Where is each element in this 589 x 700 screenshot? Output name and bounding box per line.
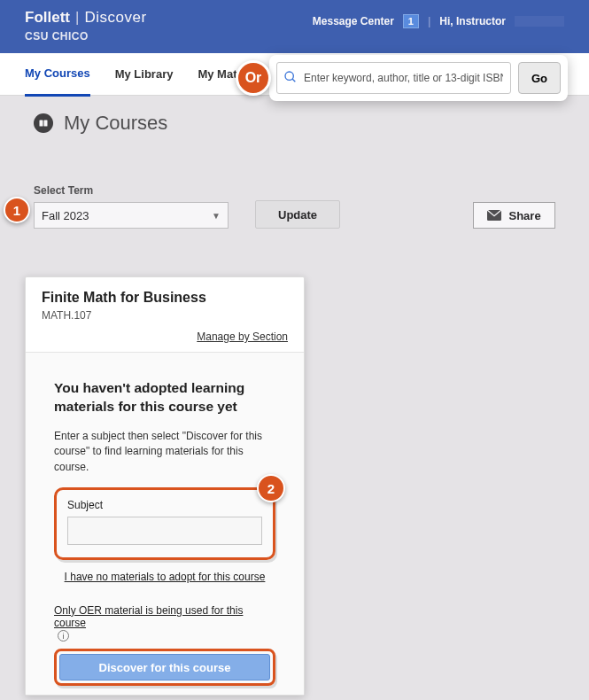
select-term-label: Select Term [34,184,229,197]
chevron-down-icon: ▼ [212,211,221,221]
no-adoption-title: You haven't adopted learning materials f… [54,379,275,416]
go-button[interactable]: Go [518,62,561,94]
adoption-links: I have no materials to adopt for this co… [54,571,275,686]
header-right: Message Center 1 | Hi, Instructor [313,14,564,28]
institution-name: CSU CHICO [25,30,147,43]
step-1-badge: 1 [4,197,30,223]
message-center-link[interactable]: Message Center [313,15,394,27]
course-title: Finite Math for Business [42,290,288,306]
subject-input[interactable] [67,517,262,545]
manage-by-section-link[interactable]: Manage by Section [197,331,288,343]
mail-icon [487,210,501,221]
search-icon [283,70,298,84]
svg-rect-3 [44,121,48,127]
course-card-header: Finite Math for Business MATH.107 Manage… [26,277,304,353]
brand-separator: | [75,9,79,27]
no-materials-link[interactable]: I have no materials to adopt for this co… [54,571,275,583]
brand-name: Follett [25,9,70,27]
svg-line-1 [292,79,295,82]
nav-my-library[interactable]: My Library [115,53,174,95]
course-card-body: You haven't adopted learning materials f… [26,353,304,695]
or-callout-badge: Or [236,60,271,96]
message-count-badge[interactable]: 1 [403,14,419,28]
page-title-row: My Courses [34,112,555,135]
svg-rect-2 [40,121,43,127]
course-code: MATH.107 [42,309,288,322]
search-input[interactable] [276,62,511,94]
subject-highlight: 2 Subject [54,487,275,560]
subject-label: Subject [67,499,262,511]
term-select[interactable]: Fall 2023 ▼ [34,202,229,229]
courses-icon [34,113,53,133]
discover-highlight: Discover for this course [54,649,275,686]
info-icon[interactable]: i [58,630,69,642]
term-controls: Select Term Fall 2023 ▼ Update Share [34,184,555,229]
term-value: Fall 2023 [42,209,89,222]
share-button[interactable]: Share [473,202,555,229]
product-name: Discover [84,9,146,27]
user-greeting: Hi, Instructor [439,15,506,27]
share-label: Share [508,209,540,222]
app-header: Follett | Discover CSU CHICO Message Cen… [0,0,589,53]
step-2-badge: 2 [257,474,285,502]
svg-point-0 [285,72,293,80]
oer-only-link[interactable]: Only OER material is being used for this… [54,604,275,629]
nav-my-courses[interactable]: My Courses [25,52,90,97]
page-title: My Courses [64,112,167,135]
discover-course-button[interactable]: Discover for this course [59,654,270,681]
search-bar: Go [269,55,568,101]
divider: | [428,15,430,27]
user-name-redacted [515,16,564,27]
update-button[interactable]: Update [255,200,340,229]
brand-block: Follett | Discover CSU CHICO [25,9,147,43]
course-card: Finite Math for Business MATH.107 Manage… [25,276,305,696]
no-adoption-subtext: Enter a subject then select "Discover fo… [54,429,275,475]
